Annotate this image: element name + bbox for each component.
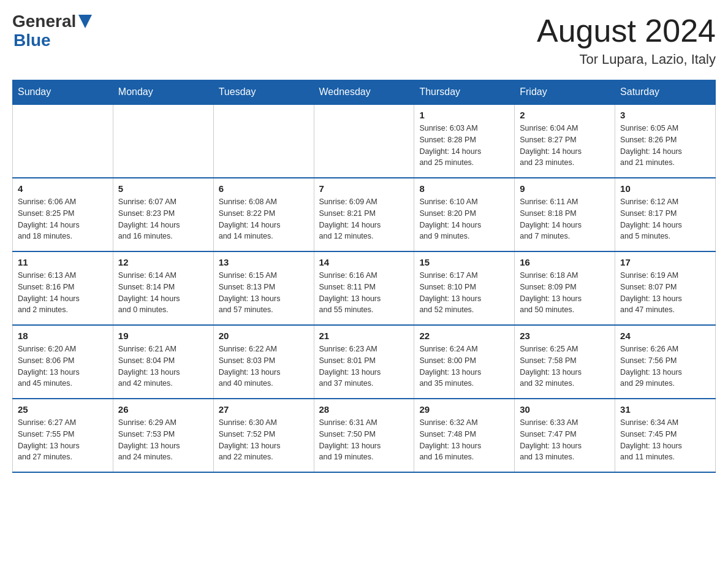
day-number: 3 — [620, 110, 710, 120]
calendar-cell: 28Sunrise: 6:31 AM Sunset: 7:50 PM Dayli… — [314, 399, 414, 472]
calendar-cell: 13Sunrise: 6:15 AM Sunset: 8:13 PM Dayli… — [213, 251, 314, 325]
sun-info: Sunrise: 6:17 AM Sunset: 8:10 PM Dayligh… — [419, 270, 509, 316]
calendar-cell: 9Sunrise: 6:11 AM Sunset: 8:18 PM Daylig… — [515, 178, 615, 251]
day-header-thursday: Thursday — [414, 80, 515, 105]
calendar-cell: 29Sunrise: 6:32 AM Sunset: 7:48 PM Dayli… — [414, 399, 515, 472]
calendar-cell — [213, 104, 314, 178]
calendar-cell: 3Sunrise: 6:05 AM Sunset: 8:26 PM Daylig… — [615, 104, 716, 178]
calendar-cell: 2Sunrise: 6:04 AM Sunset: 8:27 PM Daylig… — [515, 104, 615, 178]
day-number: 7 — [319, 183, 409, 194]
day-number: 6 — [219, 183, 309, 194]
calendar-cell: 7Sunrise: 6:09 AM Sunset: 8:21 PM Daylig… — [314, 178, 414, 251]
day-number: 27 — [219, 404, 309, 415]
day-number: 13 — [219, 257, 309, 267]
day-number: 18 — [18, 331, 108, 341]
calendar-cell: 1Sunrise: 6:03 AM Sunset: 8:28 PM Daylig… — [414, 104, 515, 178]
calendar-cell: 25Sunrise: 6:27 AM Sunset: 7:55 PM Dayli… — [13, 399, 113, 472]
week-row-4: 18Sunrise: 6:20 AM Sunset: 8:06 PM Dayli… — [13, 325, 716, 399]
week-row-1: 1Sunrise: 6:03 AM Sunset: 8:28 PM Daylig… — [13, 104, 716, 178]
day-number: 2 — [520, 110, 610, 120]
day-number: 8 — [419, 183, 509, 194]
day-number: 26 — [118, 404, 208, 415]
calendar-cell: 6Sunrise: 6:08 AM Sunset: 8:22 PM Daylig… — [213, 178, 314, 251]
sun-info: Sunrise: 6:31 AM Sunset: 7:50 PM Dayligh… — [319, 417, 409, 463]
logo-triangle-icon — [78, 15, 92, 28]
sun-info: Sunrise: 6:25 AM Sunset: 7:58 PM Dayligh… — [520, 343, 610, 389]
day-number: 4 — [18, 183, 108, 194]
title-block: August 2024 Tor Lupara, Lazio, Italy — [537, 12, 716, 67]
day-number: 23 — [520, 331, 610, 341]
logo: General Blue — [12, 12, 92, 50]
sun-info: Sunrise: 6:26 AM Sunset: 7:56 PM Dayligh… — [620, 343, 710, 389]
sun-info: Sunrise: 6:06 AM Sunset: 8:25 PM Dayligh… — [18, 196, 108, 242]
calendar-cell — [314, 104, 414, 178]
sun-info: Sunrise: 6:24 AM Sunset: 8:00 PM Dayligh… — [419, 343, 509, 389]
calendar-header: SundayMondayTuesdayWednesdayThursdayFrid… — [13, 80, 716, 105]
month-title: August 2024 — [537, 12, 716, 49]
sun-info: Sunrise: 6:13 AM Sunset: 8:16 PM Dayligh… — [18, 270, 108, 316]
day-number: 19 — [118, 331, 208, 341]
day-number: 16 — [520, 257, 610, 267]
sun-info: Sunrise: 6:29 AM Sunset: 7:53 PM Dayligh… — [118, 417, 208, 463]
calendar-cell: 5Sunrise: 6:07 AM Sunset: 8:23 PM Daylig… — [113, 178, 213, 251]
calendar-cell: 17Sunrise: 6:19 AM Sunset: 8:07 PM Dayli… — [615, 251, 716, 325]
day-number: 29 — [419, 404, 509, 415]
week-row-2: 4Sunrise: 6:06 AM Sunset: 8:25 PM Daylig… — [13, 178, 716, 251]
calendar-cell: 20Sunrise: 6:22 AM Sunset: 8:03 PM Dayli… — [213, 325, 314, 399]
day-header-wednesday: Wednesday — [314, 80, 414, 105]
calendar-cell: 18Sunrise: 6:20 AM Sunset: 8:06 PM Dayli… — [13, 325, 113, 399]
sun-info: Sunrise: 6:10 AM Sunset: 8:20 PM Dayligh… — [419, 196, 509, 242]
calendar-cell: 8Sunrise: 6:10 AM Sunset: 8:20 PM Daylig… — [414, 178, 515, 251]
calendar-cell: 24Sunrise: 6:26 AM Sunset: 7:56 PM Dayli… — [615, 325, 716, 399]
sun-info: Sunrise: 6:12 AM Sunset: 8:17 PM Dayligh… — [620, 196, 710, 242]
calendar-cell: 12Sunrise: 6:14 AM Sunset: 8:14 PM Dayli… — [113, 251, 213, 325]
sun-info: Sunrise: 6:03 AM Sunset: 8:28 PM Dayligh… — [419, 123, 509, 169]
day-number: 28 — [319, 404, 409, 415]
sun-info: Sunrise: 6:21 AM Sunset: 8:04 PM Dayligh… — [118, 343, 208, 389]
day-header-friday: Friday — [515, 80, 615, 105]
sun-info: Sunrise: 6:08 AM Sunset: 8:22 PM Dayligh… — [219, 196, 309, 242]
sun-info: Sunrise: 6:04 AM Sunset: 8:27 PM Dayligh… — [520, 123, 610, 169]
day-number: 12 — [118, 257, 208, 267]
day-number: 15 — [419, 257, 509, 267]
sun-info: Sunrise: 6:33 AM Sunset: 7:47 PM Dayligh… — [520, 417, 610, 463]
sun-info: Sunrise: 6:05 AM Sunset: 8:26 PM Dayligh… — [620, 123, 710, 169]
calendar-cell: 15Sunrise: 6:17 AM Sunset: 8:10 PM Dayli… — [414, 251, 515, 325]
calendar-cell: 23Sunrise: 6:25 AM Sunset: 7:58 PM Dayli… — [515, 325, 615, 399]
day-number: 9 — [520, 183, 610, 194]
calendar-cell: 31Sunrise: 6:34 AM Sunset: 7:45 PM Dayli… — [615, 399, 716, 472]
sun-info: Sunrise: 6:32 AM Sunset: 7:48 PM Dayligh… — [419, 417, 509, 463]
days-of-week-row: SundayMondayTuesdayWednesdayThursdayFrid… — [13, 80, 716, 105]
day-number: 25 — [18, 404, 108, 415]
calendar-cell: 14Sunrise: 6:16 AM Sunset: 8:11 PM Dayli… — [314, 251, 414, 325]
calendar-cell: 19Sunrise: 6:21 AM Sunset: 8:04 PM Dayli… — [113, 325, 213, 399]
sun-info: Sunrise: 6:18 AM Sunset: 8:09 PM Dayligh… — [520, 270, 610, 316]
sun-info: Sunrise: 6:27 AM Sunset: 7:55 PM Dayligh… — [18, 417, 108, 463]
sun-info: Sunrise: 6:09 AM Sunset: 8:21 PM Dayligh… — [319, 196, 409, 242]
day-number: 31 — [620, 404, 710, 415]
calendar-cell: 21Sunrise: 6:23 AM Sunset: 8:01 PM Dayli… — [314, 325, 414, 399]
sun-info: Sunrise: 6:20 AM Sunset: 8:06 PM Dayligh… — [18, 343, 108, 389]
sun-info: Sunrise: 6:22 AM Sunset: 8:03 PM Dayligh… — [219, 343, 309, 389]
location-title: Tor Lupara, Lazio, Italy — [537, 52, 716, 67]
sun-info: Sunrise: 6:30 AM Sunset: 7:52 PM Dayligh… — [219, 417, 309, 463]
calendar-cell: 4Sunrise: 6:06 AM Sunset: 8:25 PM Daylig… — [13, 178, 113, 251]
calendar-cell — [13, 104, 113, 178]
sun-info: Sunrise: 6:16 AM Sunset: 8:11 PM Dayligh… — [319, 270, 409, 316]
day-number: 11 — [18, 257, 108, 267]
calendar-body: 1Sunrise: 6:03 AM Sunset: 8:28 PM Daylig… — [13, 104, 716, 472]
logo-general-text: General — [12, 12, 76, 31]
sun-info: Sunrise: 6:15 AM Sunset: 8:13 PM Dayligh… — [219, 270, 309, 316]
day-number: 20 — [219, 331, 309, 341]
day-header-saturday: Saturday — [615, 80, 716, 105]
calendar-cell — [113, 104, 213, 178]
calendar-cell: 16Sunrise: 6:18 AM Sunset: 8:09 PM Dayli… — [515, 251, 615, 325]
day-number: 14 — [319, 257, 409, 267]
day-number: 10 — [620, 183, 710, 194]
week-row-5: 25Sunrise: 6:27 AM Sunset: 7:55 PM Dayli… — [13, 399, 716, 472]
week-row-3: 11Sunrise: 6:13 AM Sunset: 8:16 PM Dayli… — [13, 251, 716, 325]
svg-marker-0 — [78, 15, 92, 28]
calendar-cell: 30Sunrise: 6:33 AM Sunset: 7:47 PM Dayli… — [515, 399, 615, 472]
calendar-cell: 10Sunrise: 6:12 AM Sunset: 8:17 PM Dayli… — [615, 178, 716, 251]
logo-blue-text: Blue — [13, 31, 92, 50]
